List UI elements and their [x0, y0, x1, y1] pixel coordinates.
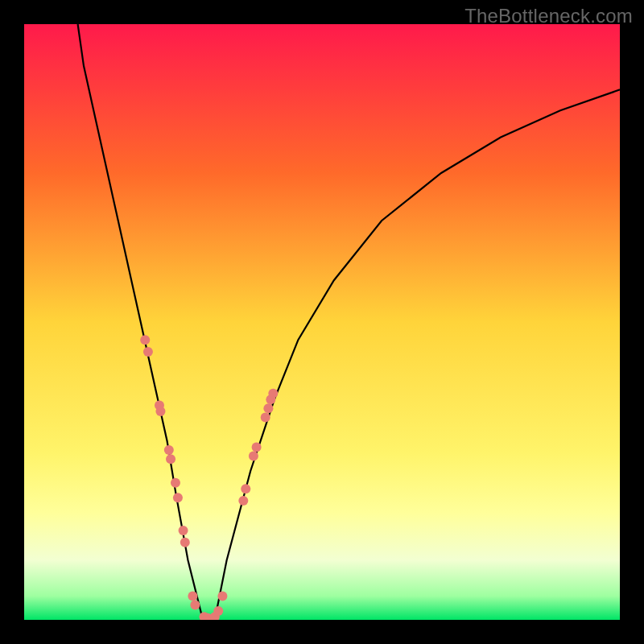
marker-dot [171, 478, 180, 488]
marker-dot [261, 412, 270, 422]
marker-dot [238, 496, 248, 506]
marker-dot [179, 526, 188, 535]
marker-dot [263, 403, 273, 413]
marker-dot [188, 591, 197, 601]
watermark-label: TheBottleneck.com [464, 5, 633, 27]
marker-dot [252, 442, 262, 452]
marker-dot [173, 493, 183, 502]
plot-area [24, 24, 620, 620]
marker-dot [249, 452, 258, 461]
marker-dot [166, 454, 175, 464]
chart-frame: TheBottleneck.com [0, 0, 644, 644]
marker-dot [140, 335, 150, 345]
marker-dot [190, 601, 200, 610]
marker-dot [241, 484, 250, 493]
marker-dot [155, 407, 165, 416]
marker-dot [268, 389, 278, 398]
marker-dot [143, 347, 153, 357]
marker-dot [217, 591, 227, 601]
chart-svg [24, 24, 620, 620]
marker-dot [213, 606, 223, 616]
chart-background [24, 24, 620, 620]
marker-dot [180, 538, 190, 547]
marker-dot [164, 445, 174, 455]
